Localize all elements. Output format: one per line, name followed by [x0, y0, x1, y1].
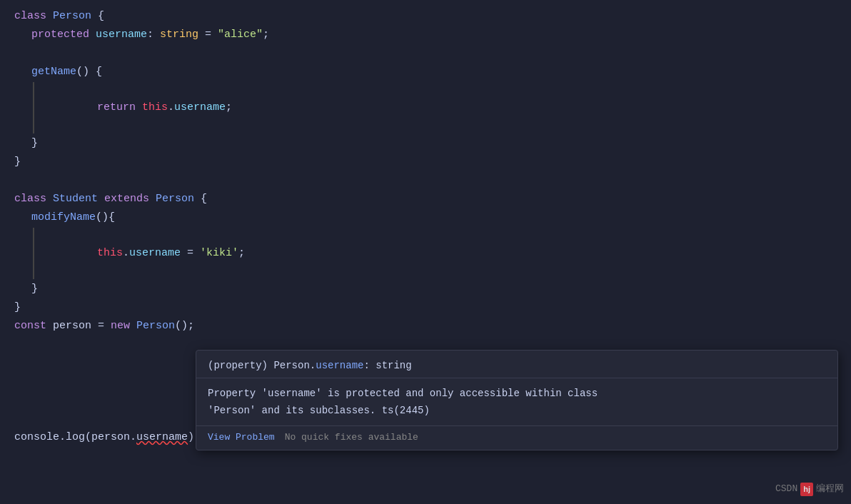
- no-quick-fixes-text: No quick fixes available: [285, 430, 418, 445]
- watermark-badge: hj: [800, 483, 813, 497]
- code-line-5: return this.username;: [0, 81, 851, 134]
- code-line-4: getName() {: [0, 63, 851, 81]
- watermark: CSDN hj 编程网: [775, 482, 844, 497]
- code-editor: class Person { protected username: strin…: [0, 0, 851, 504]
- watermark-suffix: 编程网: [816, 482, 844, 497]
- code-line-1: class Person {: [0, 7, 851, 26]
- tooltip-body: Property 'username' is protected and onl…: [196, 378, 837, 426]
- keyword-class: class: [14, 8, 53, 25]
- code-line-3: [0, 44, 851, 63]
- squiggly-username: username: [136, 429, 188, 446]
- code-line-14: const person = new Person();: [0, 317, 851, 336]
- hover-tooltip: (property) Person.username: string Prope…: [196, 350, 838, 450]
- tooltip-footer: View Problem No quick fixes available: [196, 426, 837, 450]
- tooltip-header: (property) Person.username: string: [196, 351, 837, 378]
- code-line-12: }: [0, 280, 851, 298]
- code-line-8: [0, 171, 851, 190]
- code-line-10: modifyName(){: [0, 208, 851, 227]
- watermark-csdn: CSDN: [775, 482, 797, 497]
- code-line-9: class Student extends Person {: [0, 190, 851, 208]
- view-problem-link[interactable]: View Problem: [208, 430, 275, 445]
- tooltip-prop-name: username: [316, 360, 363, 371]
- code-line-7: }: [0, 153, 851, 171]
- code-line-2: protected username: string = "alice";: [0, 26, 851, 44]
- code-line-6: }: [0, 134, 851, 153]
- code-line-13: }: [0, 298, 851, 317]
- keyword-protected: protected: [31, 26, 96, 44]
- code-line-11: this.username = 'kiki';: [0, 227, 851, 280]
- class-name-person: Person: [53, 8, 91, 25]
